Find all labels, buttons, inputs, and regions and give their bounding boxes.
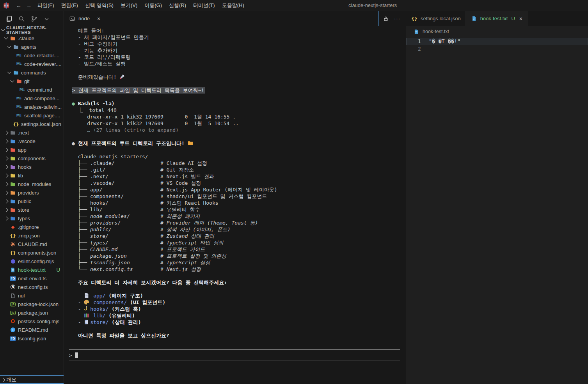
menu-item-4[interactable]: 이동(G): [141, 2, 165, 9]
folder-icon: [9, 129, 16, 136]
tree-item-label: node_modules: [18, 181, 51, 187]
tree-item-public[interactable]: public: [0, 197, 64, 205]
close-icon[interactable]: ×: [97, 16, 100, 22]
tree-item-.gitignore[interactable]: ◆.gitignore: [0, 223, 64, 231]
menu-item-6[interactable]: 터미널(T): [190, 2, 219, 9]
menu-item-1[interactable]: 편집(E): [58, 2, 82, 9]
tree-item-tsconfig.json[interactable]: TStsconfig.json: [0, 334, 64, 343]
nav-forward-icon[interactable]: →: [24, 2, 34, 9]
tree-item-.vscode[interactable]: .vscode: [0, 137, 64, 145]
tree-item-components[interactable]: components: [0, 154, 64, 163]
tree-item-add-compone...[interactable]: M↓add-compone...: [0, 94, 64, 103]
tree-item-hook-test.txt[interactable]: hook-test.txtU: [0, 265, 64, 274]
outline-section-header[interactable]: 개요: [0, 375, 64, 384]
tree-item-.claude[interactable]: .claude: [0, 34, 64, 42]
tree-item-code-reviewer....[interactable]: M↓code-reviewer....: [0, 60, 64, 68]
breadcrumb[interactable]: hook-test.txt: [406, 26, 588, 37]
terminal-line: [72, 80, 406, 87]
terminal-line: - 버그 수정하기: [72, 41, 406, 47]
chevron-down-icon[interactable]: [43, 16, 50, 22]
terminal-output: 예를 들어: - 새 페이지/컴포넌트 만들기 - 버그 수정하기 - 기능 추…: [64, 26, 406, 339]
tree-item-analyze-tailwin...[interactable]: M↓analyze-tailwin...: [0, 103, 64, 111]
menu-item-7[interactable]: 도움말(H): [219, 2, 248, 9]
folder-icon: [9, 147, 16, 153]
chevron-spacer: [3, 310, 9, 316]
braces-file-icon: {}: [411, 16, 418, 22]
terminal-text: ●: [72, 140, 78, 146]
claude-file-icon: [9, 241, 16, 247]
breadcrumb-label: hook-test.txt: [423, 29, 449, 34]
git-status-badge: U: [57, 267, 60, 273]
terminal-line: ├── components/ # shadcn/ui 컴포넌트 및 커스텀 컴…: [72, 193, 406, 200]
terminal-line: … +27 lines (ctrl+o to expand): [72, 127, 406, 133]
terminal-text: (UI 컴포넌트): [127, 299, 165, 305]
tree-item-package-lock.json[interactable]: jspackage-lock.json: [0, 300, 64, 308]
explorer-section-header[interactable]: CLAUDE-NEXTJS-STARTERS: [0, 26, 64, 34]
tree-item-CLAUDE.md[interactable]: CLAUDE.md: [0, 240, 64, 248]
tree-item-components.json[interactable]: {}components.json: [0, 248, 64, 257]
terminal-tab-node[interactable]: node ×: [64, 16, 100, 22]
tree-item-store[interactable]: store: [0, 205, 64, 214]
tree-item-package.json[interactable]: jspackage.json: [0, 308, 64, 317]
terminal-text: -: [72, 293, 84, 299]
terminal-text: └── next.config.ts # Next.js 설정: [72, 266, 201, 272]
lock-icon[interactable]: [383, 16, 389, 21]
tree-item-README.md[interactable]: iREADME.md: [0, 326, 64, 334]
tree-item-commands[interactable]: commands: [0, 68, 64, 77]
tree-item-settings.local.json[interactable]: {}settings.local.json: [0, 120, 64, 128]
terminal-line: - 새 페이지/컴포넌트 만들기: [72, 34, 406, 41]
tree-item-postcss.config.mjs[interactable]: postcss.config.mjs: [0, 317, 64, 326]
editor-panel: {}settings.local.jsonhook-test.txtU× hoo…: [406, 11, 588, 384]
terminal-line: - store/ (상태 관리): [72, 319, 406, 326]
folder-icon: [16, 78, 23, 84]
tree-item-node_modules[interactable]: node_modules: [0, 180, 64, 188]
tree-item-next-env.d.ts[interactable]: TSnext-env.d.ts: [0, 274, 64, 283]
menu-item-2[interactable]: 선택 영역(S): [82, 2, 117, 9]
terminal-input[interactable]: >: [69, 349, 400, 361]
chevron-spacer: [3, 224, 9, 230]
tree-item-git[interactable]: git: [0, 77, 64, 85]
tree-item-agents[interactable]: agents: [0, 42, 64, 51]
menu-item-5[interactable]: 실행(R): [165, 2, 190, 9]
tree-item-lib[interactable]: lib: [0, 171, 64, 180]
editor-line-2[interactable]: 2: [406, 45, 588, 53]
source-control-icon[interactable]: [31, 16, 37, 22]
editor-line-1[interactable]: 1"� �T ��!": [406, 38, 588, 45]
chevron-spacer: [3, 284, 9, 290]
folder-icon: [9, 172, 16, 179]
terminal-line: [72, 94, 406, 100]
tree-item-hooks[interactable]: hooks: [0, 163, 64, 171]
tree-item-next.config.ts[interactable]: Nnext.config.ts: [0, 283, 64, 291]
terminal-line: > 현재 프로젝트의 파일 및 디렉토리 목록을 보여줘~!: [72, 87, 406, 94]
tree-item-.next[interactable]: .next: [0, 128, 64, 137]
ncirc-file-icon: N: [9, 284, 16, 290]
search-icon[interactable]: [18, 16, 25, 22]
folder-icon: [188, 140, 194, 146]
terminal-text: ├── .next/ # Next.js 빌드 결과: [72, 173, 214, 179]
more-actions-icon[interactable]: ···: [394, 16, 400, 21]
nav-back-icon[interactable]: ←: [14, 2, 24, 9]
terminal-text: - 코드 리뷰/리팩토링: [72, 54, 131, 60]
tree-item-code-refactor....[interactable]: M↓code-refactor....: [0, 51, 64, 60]
editor-tab-hook-test.txt[interactable]: hook-test.txtU×: [466, 11, 528, 26]
tree-item-types[interactable]: types: [0, 214, 64, 223]
menu-item-0[interactable]: 파일(F): [34, 2, 58, 9]
terminal-text: Bash(ls -la): [78, 101, 115, 106]
menu-item-3[interactable]: 보기(V): [117, 2, 141, 9]
tree-item-commit.md[interactable]: M↓commit.md: [0, 85, 64, 94]
tree-item-scaffold-page....[interactable]: M↓scaffold-page....: [0, 111, 64, 120]
editor-content[interactable]: 1"� �T ��!"2: [406, 37, 588, 53]
git-file-icon: ◆: [9, 224, 16, 230]
terminal-line: - app/ (페이지 구조): [72, 292, 406, 299]
terminal-line: ├── hooks/ # 커스텀 React Hooks: [72, 200, 406, 206]
tree-item-nul[interactable]: nul: [0, 291, 64, 300]
explorer-files-icon[interactable]: [6, 16, 12, 22]
tree-item-.mcp.json[interactable]: {}.mcp.json: [0, 231, 64, 240]
terminal-text: … +27 lines (ctrl+o to expand): [72, 127, 179, 133]
tree-item-eslint.config.mjs[interactable]: eslint.config.mjs: [0, 257, 64, 265]
editor-tab-settings.local.json[interactable]: {}settings.local.json: [406, 11, 466, 26]
close-icon[interactable]: ×: [519, 16, 522, 22]
terminal-text: ├── components/ # shadcn/ui 컴포넌트 및 커스텀 컴…: [72, 193, 267, 199]
tree-item-providers[interactable]: providers: [0, 188, 64, 197]
tree-item-app[interactable]: app: [0, 145, 64, 154]
